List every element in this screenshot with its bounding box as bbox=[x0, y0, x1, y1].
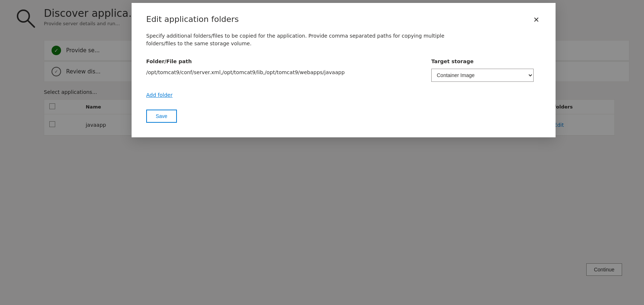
target-storage-select[interactable]: Container Image Persistent Volume Azure … bbox=[431, 69, 534, 82]
folder-path-header: Folder/File path bbox=[146, 58, 417, 64]
modal-close-button[interactable]: ✕ bbox=[532, 15, 541, 25]
folder-path-value: /opt/tomcat9/conf/server.xml,/opt/tomcat… bbox=[146, 69, 417, 76]
storage-column: Target storage Container Image Persisten… bbox=[431, 58, 541, 82]
edit-application-folders-dialog: Edit application folders ✕ Specify addit… bbox=[132, 3, 556, 137]
modal-header: Edit application folders ✕ bbox=[146, 15, 541, 25]
add-folder-link[interactable]: Add folder bbox=[146, 92, 173, 98]
modal-description: Specify additional folders/files to be c… bbox=[146, 32, 475, 47]
modal-title: Edit application folders bbox=[146, 15, 239, 24]
save-button[interactable]: Save bbox=[146, 110, 177, 123]
target-storage-header: Target storage bbox=[431, 58, 541, 64]
modal-columns: Folder/File path /opt/tomcat9/conf/serve… bbox=[146, 58, 541, 82]
modal-footer: Save bbox=[146, 110, 541, 123]
folder-column: Folder/File path /opt/tomcat9/conf/serve… bbox=[146, 58, 417, 76]
